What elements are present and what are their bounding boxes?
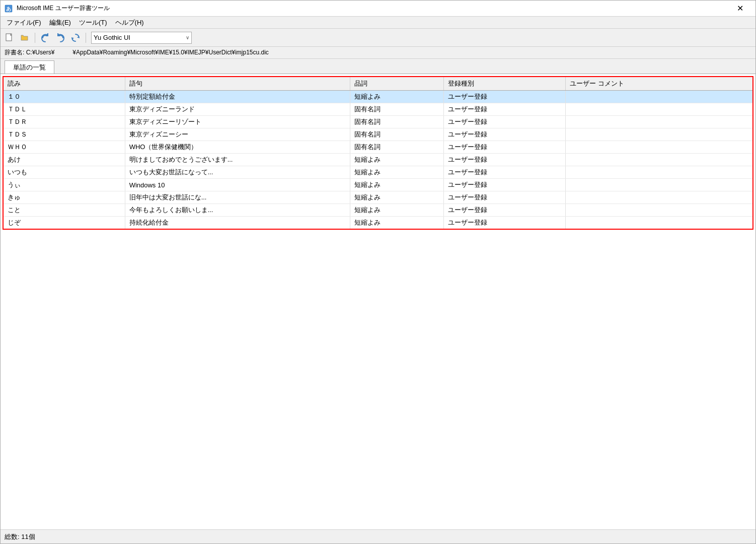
title-bar: あ Microsoft IME ユーザー辞書ツール ✕ [1,1,755,17]
dict-path-bar: 辞書名: C:¥Users¥ ¥AppData¥Roaming¥Microsof… [1,47,755,59]
table-cell-2: 短縮よみ [350,154,443,166]
table-cell-0: きゅ [3,191,125,204]
table-row[interactable]: きゅ旧年中は大変お世話にな...短縮よみユーザー登録 [3,191,753,204]
window-title: Microsoft IME ユーザー辞書ツール [17,4,110,13]
new-button[interactable] [3,31,17,45]
open-button[interactable] [18,31,32,45]
col-header-comment: ユーザー コメント [566,77,753,91]
col-header-hinshi: 品詞 [350,77,443,91]
table-cell-1: Windows 10 [125,179,350,191]
table-cell-4 [566,191,753,204]
table-cell-0: ＴＤＲ [3,116,125,128]
menu-help[interactable]: ヘルプ(H) [111,17,148,28]
close-button[interactable]: ✕ [728,1,751,17]
table-cell-1: 東京ディズニーランド [125,103,350,116]
table-cell-3: ユーザー登録 [443,154,565,166]
menu-edit[interactable]: 編集(E) [45,17,75,28]
app-window: あ Microsoft IME ユーザー辞書ツール ✕ ファイル(F) 編集(E… [0,0,756,544]
table-cell-0: あけ [3,154,125,166]
table-cell-0: ＴＤＬ [3,103,125,116]
table-cell-3: ユーザー登録 [443,103,565,116]
table-row[interactable]: いつもいつも大変お世話になって...短縮よみユーザー登録 [3,166,753,179]
table-row[interactable]: ＴＤＬ東京ディズニーランド固有名詞ユーザー登録 [3,103,753,116]
table-container: 読み 語句 品詞 登録種別 ユーザー コメント １０特別定額給付金短縮よみユーザ… [1,74,755,529]
table-cell-0: こと [3,204,125,217]
table-cell-4 [566,217,753,230]
table-cell-4 [566,179,753,191]
table-cell-4 [566,116,753,128]
col-header-toroku: 登録種別 [443,77,565,91]
table-cell-0: うぃ [3,179,125,191]
table-cell-2: 短縮よみ [350,179,443,191]
table-cell-2: 短縮よみ [350,166,443,179]
table-cell-1: 持続化給付金 [125,217,350,230]
status-count: 総数: 11個 [5,532,35,541]
table-cell-3: ユーザー登録 [443,191,565,204]
font-name: Yu Gothic UI [94,34,130,41]
font-dropdown-arrow: ∨ [186,35,189,40]
dict-path-label: 辞書名: C:¥Users¥ ¥AppData¥Roaming¥Microsof… [5,48,269,57]
status-bar: 総数: 11個 [1,529,755,543]
table-cell-1: 明けましておめでとうございます... [125,154,350,166]
toolbar-sep-2 [86,33,86,43]
table-cell-4 [566,166,753,179]
tab-word-list[interactable]: 単語の一覧 [5,60,54,74]
table-cell-2: 短縮よみ [350,217,443,230]
table-cell-2: 固有名詞 [350,116,443,128]
table-cell-2: 固有名詞 [350,128,443,141]
table-cell-1: 特別定額給付金 [125,91,350,103]
redo-button[interactable] [53,31,67,45]
table-row[interactable]: あけ明けましておめでとうございます...短縮よみユーザー登録 [3,154,753,166]
table-cell-1: 東京ディズニーシー [125,128,350,141]
menu-file[interactable]: ファイル(F) [3,17,45,28]
table-row[interactable]: ＴＤＲ東京ディズニーリゾート固有名詞ユーザー登録 [3,116,753,128]
word-table: 読み 語句 品詞 登録種別 ユーザー コメント １０特別定額給付金短縮よみユーザ… [3,76,753,230]
menu-tools[interactable]: ツール(T) [75,17,111,28]
table-cell-3: ユーザー登録 [443,204,565,217]
table-cell-1: 東京ディズニーリゾート [125,116,350,128]
table-row[interactable]: １０特別定額給付金短縮よみユーザー登録 [3,91,753,103]
main-content: 読み 語句 品詞 登録種別 ユーザー コメント １０特別定額給付金短縮よみユーザ… [1,74,755,529]
table-cell-2: 短縮よみ [350,91,443,103]
table-cell-4 [566,141,753,154]
table-cell-3: ユーザー登録 [443,128,565,141]
app-icon: あ [5,5,13,13]
menu-bar: ファイル(F) 編集(E) ツール(T) ヘルプ(H) [1,17,755,29]
title-bar-left: あ Microsoft IME ユーザー辞書ツール [5,4,110,13]
table-cell-2: 固有名詞 [350,103,443,116]
table-row[interactable]: ＴＤＳ東京ディズニーシー固有名詞ユーザー登録 [3,128,753,141]
table-cell-3: ユーザー登録 [443,141,565,154]
table-cell-3: ユーザー登録 [443,166,565,179]
table-cell-4 [566,154,753,166]
table-cell-2: 固有名詞 [350,141,443,154]
table-cell-3: ユーザー登録 [443,91,565,103]
table-row[interactable]: こと今年もよろしくお願いしま...短縮よみユーザー登録 [3,204,753,217]
table-cell-0: いつも [3,166,125,179]
tab-bar: 単語の一覧 [1,59,755,74]
table-cell-4 [566,204,753,217]
toolbar-sep-1 [35,33,35,43]
table-cell-1: いつも大変お世話になって... [125,166,350,179]
refresh-button[interactable] [68,31,83,45]
table-cell-0: １０ [3,91,125,103]
table-cell-1: 旧年中は大変お世話にな... [125,191,350,204]
table-cell-2: 短縮よみ [350,191,443,204]
table-cell-0: ＷＨＯ [3,141,125,154]
svg-text:あ: あ [6,6,11,12]
font-select[interactable]: Yu Gothic UI ∨ [91,32,192,44]
table-cell-0: ＴＤＳ [3,128,125,141]
table-cell-0: じぞ [3,217,125,230]
table-row[interactable]: じぞ持続化給付金短縮よみユーザー登録 [3,217,753,230]
col-header-phrase: 語句 [125,77,350,91]
toolbar: Yu Gothic UI ∨ [1,29,755,47]
table-cell-4 [566,128,753,141]
table-cell-2: 短縮よみ [350,204,443,217]
table-cell-3: ユーザー登録 [443,179,565,191]
font-select-container: Yu Gothic UI ∨ [91,32,192,44]
table-row[interactable]: ＷＨＯWHO（世界保健機関）固有名詞ユーザー登録 [3,141,753,154]
table-cell-4 [566,91,753,103]
table-cell-3: ユーザー登録 [443,116,565,128]
table-row[interactable]: うぃWindows 10短縮よみユーザー登録 [3,179,753,191]
table-cell-1: WHO（世界保健機関） [125,141,350,154]
undo-button[interactable] [38,31,52,45]
